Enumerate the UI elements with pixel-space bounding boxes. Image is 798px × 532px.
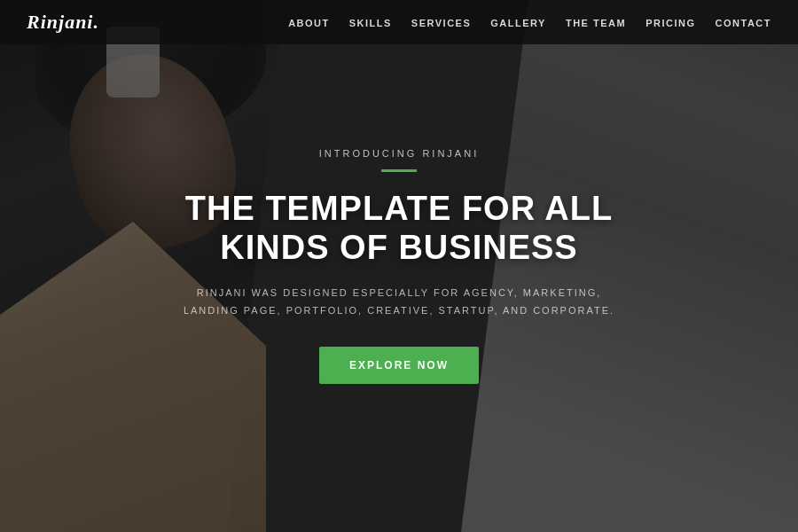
nav-link-pricing[interactable]: PRICING [645,18,695,28]
nav-link-contact[interactable]: CONTACT [716,18,771,28]
hero-section: Rinjani. ABOUT SKILLS SERVICES GALLERY T… [0,0,798,532]
nav-link-about[interactable]: ABOUT [288,18,330,28]
hero-subtitle: RINJANI WAS DESIGNED ESPECIALLY FOR AGEN… [133,285,665,320]
navbar: Rinjani. ABOUT SKILLS SERVICES GALLERY T… [0,0,798,44]
explore-now-button[interactable]: EXPLORE NOW [319,347,479,384]
nav-links: ABOUT SKILLS SERVICES GALLERY THE TEAM P… [288,14,771,30]
hero-title: THE TEMPLATE FOR ALL KINDS OF BUSINESS [133,190,665,267]
nav-item-gallery[interactable]: GALLERY [490,14,546,30]
intro-label: INTRODUCING RINJANI [133,148,665,159]
nav-link-gallery[interactable]: GALLERY [490,18,546,28]
accent-divider [381,169,417,172]
hero-title-line1: THE TEMPLATE FOR ALL [185,190,613,227]
nav-item-skills[interactable]: SKILLS [349,14,392,30]
nav-item-services[interactable]: SERVICES [411,14,471,30]
nav-item-about[interactable]: ABOUT [288,14,330,30]
logo-text: Rinjani. [27,11,99,33]
logo[interactable]: Rinjani. [27,11,99,34]
nav-item-team[interactable]: THE TEAM [566,14,626,30]
hero-title-line2: KINDS OF BUSINESS [220,229,577,266]
nav-link-services[interactable]: SERVICES [411,18,471,28]
hero-content: INTRODUCING RINJANI THE TEMPLATE FOR ALL… [133,148,665,384]
nav-item-contact[interactable]: CONTACT [716,14,771,30]
nav-link-team[interactable]: THE TEAM [566,18,626,28]
nav-item-pricing[interactable]: PRICING [645,14,695,30]
nav-link-skills[interactable]: SKILLS [349,18,392,28]
